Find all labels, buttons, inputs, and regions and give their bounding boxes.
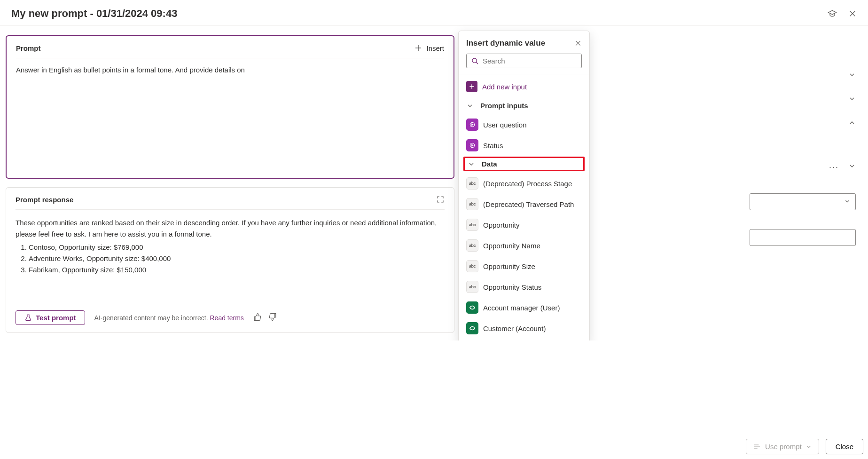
read-terms-link[interactable]: Read terms: [210, 314, 243, 322]
plus-icon: [466, 81, 477, 92]
main-layout: Prompt Insert Answer in English as bulle…: [0, 26, 868, 340]
search-input[interactable]: [466, 54, 582, 68]
dynamic-value-item[interactable]: Customer (Account): [459, 318, 589, 339]
disclaimer: AI-generated content may be incorrect. R…: [94, 314, 244, 322]
prompt-card-header: Prompt Insert: [16, 44, 444, 58]
search-icon: [471, 57, 479, 65]
add-new-input-button[interactable]: Add new input: [459, 74, 589, 97]
search-wrap: [459, 54, 589, 74]
chevron-down-icon[interactable]: [848, 162, 856, 172]
text-field-icon: abc: [466, 177, 478, 190]
response-label: Prompt response: [16, 196, 73, 204]
item-label: Account manager (User): [483, 304, 560, 312]
item-label: Customer (Account): [483, 324, 546, 332]
bg-select[interactable]: [750, 193, 856, 210]
item-label: (Deprecated) Process Stage: [483, 180, 572, 188]
dynamic-value-item[interactable]: User question: [459, 114, 589, 135]
feedback-icons: [253, 313, 277, 323]
dynamic-value-item[interactable]: Status: [459, 135, 589, 156]
item-label: Opportunity Status: [483, 283, 541, 291]
close-icon[interactable]: [848, 9, 857, 18]
dynamic-value-item[interactable]: abc Opportunity Status: [459, 277, 589, 297]
response-list: Contoso, Opportunity size: $769,000 Adve…: [16, 242, 445, 276]
left-column: Prompt Insert Answer in English as bulle…: [6, 35, 454, 333]
section-title[interactable]: Data: [482, 160, 497, 168]
test-prompt-label: Test prompt: [36, 314, 76, 322]
search-field[interactable]: [483, 57, 577, 65]
prompt-label: Prompt: [16, 44, 41, 52]
item-label: Opportunity: [483, 221, 520, 229]
flyout-header: Insert dynamic value: [459, 39, 589, 54]
more-icon[interactable]: ···: [829, 162, 839, 172]
item-label: Opportunity Name: [483, 242, 540, 250]
list-item: Fabrikam, Opportunity size: $150,000: [29, 264, 445, 276]
thumbs-up-icon[interactable]: [253, 313, 262, 323]
text-field-icon: abc: [466, 281, 478, 293]
header-bar: My new prompt - 01/31/2024 09:43: [0, 0, 868, 26]
item-label: User question: [483, 121, 527, 129]
response-footer: Test prompt AI-generated content may be …: [16, 304, 445, 325]
section-data-highlight: Data: [463, 157, 585, 171]
list-item: Contoso, Opportunity size: $769,000: [29, 242, 445, 253]
lookup-icon: [466, 301, 478, 314]
dynamic-value-item[interactable]: Account manager (User): [459, 297, 589, 318]
thumbs-down-icon[interactable]: [268, 313, 277, 323]
list-item: Adventure Works, Opportunity size: $400,…: [29, 253, 445, 264]
section-title: Prompt inputs: [480, 102, 528, 110]
graduation-cap-icon[interactable]: [828, 9, 837, 18]
right-item-actions: ···: [829, 162, 856, 172]
response-card: Prompt response These opportunities are …: [6, 187, 454, 333]
chevron-down-icon[interactable]: [848, 95, 856, 104]
page-title: My new prompt - 01/31/2024 09:43: [11, 8, 177, 20]
prompt-card: Prompt Insert Answer in English as bulle…: [6, 35, 454, 179]
item-label: Status: [483, 142, 503, 150]
text-field-icon: abc: [466, 198, 478, 210]
flyout-title: Insert dynamic value: [466, 39, 545, 48]
item-label: (Deprecated) Traversed Path: [483, 200, 574, 208]
lookup-icon: [466, 322, 478, 334]
chevron-down-icon[interactable]: [468, 160, 475, 168]
dynamic-value-item[interactable]: abc Opportunity Size: [459, 256, 589, 277]
right-panel-bg: ···: [590, 63, 863, 340]
dynamic-value-item[interactable]: abc (Deprecated) Traversed Path: [459, 194, 589, 214]
plus-icon: [414, 44, 422, 52]
dynamic-value-flyout: Insert dynamic value Add new input Promp…: [458, 31, 590, 340]
flask-icon: [24, 314, 32, 322]
svg-point-0: [472, 58, 477, 63]
add-new-input-label: Add new input: [482, 83, 527, 91]
prompt-text[interactable]: Answer in English as bullet points in a …: [16, 58, 444, 74]
expand-icon[interactable]: [436, 195, 445, 204]
chevron-down-icon: [844, 198, 851, 206]
chevron-down-icon[interactable]: [848, 71, 856, 80]
response-intro: These opportunities are ranked based on …: [16, 217, 445, 240]
dynamic-value-item[interactable]: abc Opportunity Name: [459, 235, 589, 256]
chevron-down-icon: [466, 102, 474, 110]
response-body: These opportunities are ranked based on …: [16, 210, 445, 304]
insert-label: Insert: [426, 44, 444, 52]
dynamic-value-item[interactable]: abc Opportunity: [459, 214, 589, 235]
dynamic-value-item[interactable]: abc (Deprecated) Process Stage: [459, 173, 589, 194]
bg-input[interactable]: [750, 229, 856, 246]
insert-button[interactable]: Insert: [414, 44, 444, 52]
close-icon[interactable]: [574, 40, 582, 47]
test-prompt-button[interactable]: Test prompt: [16, 310, 85, 325]
response-header: Prompt response: [16, 195, 445, 210]
section-prompt-inputs[interactable]: Prompt inputs: [459, 97, 589, 114]
item-label: Opportunity Size: [483, 262, 535, 270]
header-actions: [828, 9, 857, 18]
text-field-icon: abc: [466, 219, 478, 231]
input-icon: [466, 139, 478, 151]
input-icon: [466, 119, 478, 131]
text-field-icon: abc: [466, 260, 478, 272]
chevron-up-icon[interactable]: [848, 119, 856, 128]
text-field-icon: abc: [466, 239, 478, 252]
